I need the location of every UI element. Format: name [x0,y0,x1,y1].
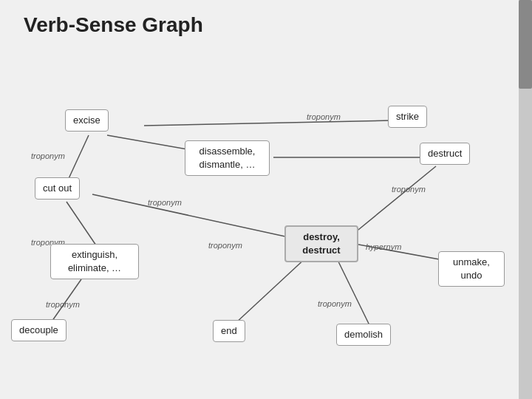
svg-line-6 [355,166,436,233]
edge-label-troponym8: troponym [46,300,80,309]
svg-line-4 [92,194,292,238]
node-decouple: decouple [11,319,66,341]
edge-label-troponym7: troponym [318,299,352,308]
graph-edges [0,0,519,399]
node-excise: excise [65,109,109,132]
svg-line-5 [66,202,96,245]
edge-label-troponym4: troponym [392,185,426,194]
edge-label-hypernym1: hypernym [366,242,401,251]
svg-line-2 [66,135,89,183]
node-extinguish: extinguish,eliminate, … [50,244,139,279]
svg-line-9 [336,257,369,325]
node-destroy: destroy,destruct [284,225,358,262]
edge-label-troponym2: troponym [31,151,65,160]
scrollbar[interactable] [519,0,532,399]
edge-label-troponym3: troponym [148,198,182,207]
node-destruct: destruct [420,143,470,165]
scrollbar-thumb[interactable] [519,0,532,89]
edge-label-troponym1: troponym [307,112,341,121]
edge-label-troponym5: troponym [208,241,242,250]
node-strike: strike [388,106,427,128]
node-unmake: unmake,undo [438,251,505,287]
node-end: end [213,320,245,342]
node-demolish: demolish [336,324,391,346]
node-disassemble: disassemble,dismantle, … [185,140,270,176]
svg-line-0 [144,120,392,126]
node-cut-out: cut out [35,177,80,200]
page-title: Verb-Sense Graph [24,13,203,37]
svg-line-8 [235,257,307,324]
